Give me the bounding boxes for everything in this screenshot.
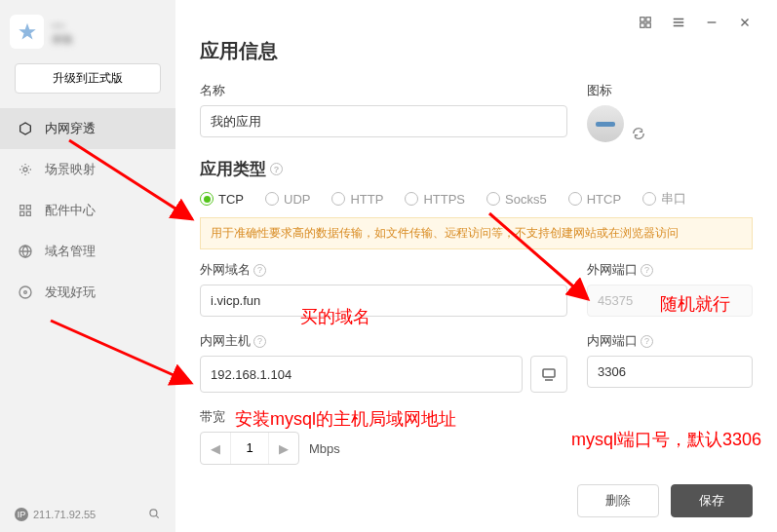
profile-sub: 体验: [52, 32, 166, 47]
menu-icon[interactable]: [671, 15, 686, 30]
ext-domain-input[interactable]: [200, 285, 567, 317]
svg-rect-9: [641, 18, 644, 21]
svg-point-7: [24, 291, 27, 294]
sidebar-item-accessories[interactable]: 配件中心: [0, 190, 175, 231]
radio-https[interactable]: HTTPS: [405, 192, 465, 207]
help-icon[interactable]: ?: [270, 163, 283, 175]
svg-point-8: [150, 510, 157, 516]
ext-domain-label: 外网域名: [200, 261, 251, 279]
sidebar-item-label: 内网穿透: [45, 120, 96, 137]
tip-bar: 用于准确性要求高的数据传输，如文件传输、远程访问等，不支持创建网站或在浏览器访问: [200, 217, 753, 249]
radio-http[interactable]: HTTP: [331, 192, 383, 207]
svg-rect-2: [26, 206, 30, 209]
stepper-decrease[interactable]: ◀: [201, 441, 230, 456]
upgrade-button[interactable]: 升级到正式版: [15, 63, 161, 94]
titlebar: [200, 15, 753, 38]
svg-point-6: [19, 286, 31, 298]
radio-htcp[interactable]: HTCP: [568, 192, 621, 207]
radio-serial[interactable]: 串口: [642, 190, 686, 208]
stepper-value: 1: [230, 433, 269, 464]
refresh-icon[interactable]: [632, 127, 645, 140]
bandwidth-unit: Mbps: [309, 441, 340, 456]
globe-icon: [18, 244, 33, 259]
sidebar-item-scene[interactable]: 场景映射: [0, 149, 175, 190]
int-host-input[interactable]: [200, 356, 523, 393]
svg-rect-12: [646, 23, 650, 27]
page-title: 应用信息: [200, 38, 753, 64]
sidebar-item-domain[interactable]: 域名管理: [0, 231, 175, 272]
scan-icon[interactable]: [147, 507, 161, 522]
bandwidth-label: 带宽: [200, 408, 753, 426]
svg-rect-3: [20, 211, 24, 215]
stepper-increase[interactable]: ▶: [269, 441, 298, 456]
int-host-label: 内网主机: [200, 332, 251, 350]
minimize-icon[interactable]: [704, 15, 719, 30]
svg-rect-13: [543, 369, 555, 377]
scene-icon: [18, 162, 33, 177]
profile-section: — 体验: [0, 0, 175, 58]
grid-icon: [18, 203, 33, 218]
cube-icon: [18, 121, 33, 136]
icon-label: 图标: [587, 82, 753, 99]
save-button[interactable]: 保存: [671, 484, 753, 517]
name-label: 名称: [200, 82, 567, 99]
sidebar-item-tunnel[interactable]: 内网穿透: [0, 108, 175, 149]
help-icon[interactable]: ?: [641, 264, 653, 277]
sidebar-item-label: 配件中心: [45, 202, 96, 219]
ext-port-label: 外网端口: [587, 261, 638, 279]
ext-port-input: [587, 285, 753, 317]
sidebar-item-label: 发现好玩: [45, 284, 96, 301]
close-icon[interactable]: [737, 15, 753, 30]
svg-rect-11: [641, 23, 644, 27]
bandwidth-stepper[interactable]: ◀ 1 ▶: [200, 432, 299, 465]
host-picker-button[interactable]: [530, 356, 567, 393]
profile-name: —: [52, 18, 166, 32]
svg-point-0: [23, 168, 27, 171]
help-icon[interactable]: ?: [253, 264, 266, 277]
sidebar-item-label: 场景映射: [45, 161, 96, 178]
sidebar-item-label: 域名管理: [45, 243, 96, 260]
delete-button[interactable]: 删除: [577, 484, 659, 517]
svg-rect-1: [20, 206, 24, 209]
star-icon: [10, 15, 44, 49]
help-icon[interactable]: ?: [253, 335, 266, 348]
ip-address: 211.71.92.55: [33, 509, 96, 520]
app-icon[interactable]: [587, 105, 624, 142]
sidebar-footer: IP 211.71.92.55: [0, 497, 175, 532]
int-port-label: 内网端口: [587, 332, 638, 350]
int-port-input[interactable]: [587, 356, 753, 388]
svg-rect-4: [26, 211, 30, 215]
apptype-title: 应用类型: [200, 158, 266, 180]
help-icon[interactable]: ?: [641, 335, 653, 348]
radio-socks5[interactable]: Socks5: [486, 192, 547, 207]
main-panel: 应用信息 名称 图标 应用类型? TCP UDP HTTP HTTPS S: [175, 0, 777, 532]
ip-badge-icon: IP: [15, 508, 28, 521]
radio-tcp[interactable]: TCP: [200, 192, 244, 207]
sidebar: — 体验 升级到正式版 内网穿透 场景映射 配件中心 域名管理: [0, 0, 175, 532]
name-input[interactable]: [200, 105, 567, 137]
radio-udp[interactable]: UDP: [265, 192, 310, 207]
svg-rect-10: [646, 18, 650, 21]
grid-view-icon[interactable]: [638, 15, 653, 30]
compass-icon: [18, 285, 33, 300]
sidebar-item-discover[interactable]: 发现好玩: [0, 272, 175, 313]
